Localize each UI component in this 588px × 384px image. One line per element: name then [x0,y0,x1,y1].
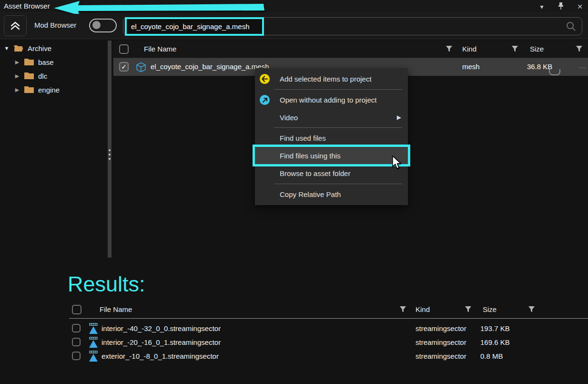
panel-splitter[interactable] [108,41,112,258]
results-column-file-name[interactable]: File Name [100,305,132,313]
streamingsector-icon [88,337,99,348]
result-size: 169.6 KB [480,338,510,346]
menu-item-add-to-project[interactable]: Add selected items to project [255,70,408,88]
open-external-icon [260,95,270,105]
results-column-kind[interactable]: Kind [416,305,430,313]
caret-right-icon[interactable]: ▶ [14,73,20,79]
archive-tree: ▼ Archive ▶ base ▶ dlc ▶ engine [0,41,108,260]
mod-browser-toggle[interactable] [89,19,117,32]
filter-icon[interactable] [511,45,518,52]
results-header: File Name Kind Size [69,301,588,319]
results-row[interactable]: exterior_-10_-8_0_1.streamingsector stre… [69,349,588,363]
mod-browser-label: Mod Browser [34,21,76,29]
filter-icon[interactable] [446,45,453,52]
menu-item-label: Video [280,114,298,122]
filter-icon[interactable] [576,45,583,52]
result-file-name: interior_-20_-16_0_1.streamingsector [101,338,221,346]
pin-icon[interactable] [557,2,565,11]
window-title: Asset Browser [4,2,50,10]
row-checkbox-checked[interactable]: ✓ [119,62,129,72]
file-kind: mesh [462,62,480,71]
results-table: File Name Kind Size interior_-40_-32_0_0… [69,301,588,363]
result-size: 0.8 MB [480,352,503,360]
result-file-name: interior_-40_-32_0_0.streamingsector [101,324,221,332]
result-file-name: exterior_-10_-8_0_1.streamingsector [101,352,219,360]
result-kind: streamingsector [416,352,466,360]
menu-item-label: Add selected items to project [280,75,372,83]
filter-icon[interactable] [528,306,535,313]
mesh-cube-icon [136,62,146,73]
title-bar: Asset Browser ▾ ✕ [0,0,588,13]
filter-icon[interactable] [399,306,406,313]
collapse-all-button[interactable] [4,15,27,36]
search-annotation-box: el_coyote_cojo_bar_signage_a.mesh [125,17,264,36]
search-icon [566,21,576,33]
sidebar-item-dlc[interactable]: ▶ dlc [14,70,47,82]
menu-item-label: Open without adding to project [280,96,376,104]
select-all-checkbox[interactable] [119,44,129,54]
double-chevron-up-icon [10,20,21,31]
menu-separator [274,89,402,90]
tree-label: Archive [28,44,51,52]
file-name: el_coyote_cojo_bar_signage_a.mesh [151,62,269,71]
submenu-caret-icon: ▶ [397,114,401,121]
streamingsector-icon [88,323,99,334]
result-kind: streamingsector [416,338,466,346]
caret-down-icon[interactable]: ▼ [4,45,10,51]
column-kind[interactable]: Kind [462,45,476,53]
menu-item-open-without-adding[interactable]: Open without adding to project [255,91,408,109]
folder-icon [24,72,34,80]
filter-icon[interactable] [465,306,472,313]
tree-label: dlc [38,72,47,80]
results-select-all-checkbox[interactable] [72,305,81,314]
column-file-name[interactable]: File Name [144,45,176,53]
menu-item-label: Find used files [280,134,326,142]
tree-label: engine [38,86,60,94]
menu-item-browse-to-asset-folder[interactable]: Browse to asset folder [255,165,408,182]
menu-item-label: Find files using this [280,152,341,160]
menu-item-copy-relative-path[interactable]: Copy Relative Path [255,186,408,203]
results-title: Results: [68,272,145,297]
menu-separator [274,127,402,128]
streamingsector-icon [88,351,99,362]
results-row[interactable]: interior_-40_-32_0_0.streamingsector str… [69,322,588,335]
menu-item-label: Browse to asset folder [280,169,350,177]
folder-open-icon [13,44,24,52]
toolbar: Mod Browser el_coyote_cojo_bar_signage_a… [0,14,588,39]
sidebar-item-base[interactable]: ▶ base [14,56,54,68]
caret-right-icon[interactable]: ▶ [14,59,20,65]
tree-label: base [38,58,54,66]
caret-right-icon[interactable]: ▶ [14,87,20,93]
menu-item-find-files-using-this[interactable]: Find files using this [255,147,408,165]
context-menu: Add selected items to project Open witho… [255,68,408,205]
menu-item-video[interactable]: Video ▶ [255,109,408,126]
file-table-header: File Name Kind Size [113,41,588,58]
window-controls: ▾ ✕ [537,0,584,13]
sidebar-item-archive[interactable]: ▼ Archive [4,42,51,54]
clipped-ui-artifact [549,69,560,75]
close-icon[interactable]: ✕ [576,3,584,10]
results-column-size[interactable]: Size [483,305,497,313]
results-row[interactable]: interior_-20_-16_0_1.streamingsector str… [69,335,588,349]
column-size[interactable]: Size [530,45,544,53]
add-to-project-icon [260,74,270,84]
menu-separator [274,184,402,184]
menu-item-label: Copy Relative Path [280,190,341,198]
toggle-knob [92,21,101,29]
row-checkbox[interactable] [72,338,81,346]
folder-icon [24,85,34,94]
dock-dropdown-icon[interactable]: ▾ [537,3,546,10]
result-kind: streamingsector [416,324,466,332]
folder-icon [24,58,34,66]
overflow-ellipsis: ... [579,62,587,70]
row-checkbox[interactable] [72,324,81,332]
sidebar-item-engine[interactable]: ▶ engine [14,84,60,95]
row-checkbox[interactable] [72,352,81,360]
menu-item-find-used-files[interactable]: Find used files [255,129,408,147]
search-input[interactable]: el_coyote_cojo_bar_signage_a.mesh [123,17,582,35]
result-size: 193.7 KB [480,324,510,332]
splitter-grip-icon [109,149,111,160]
search-value: el_coyote_cojo_bar_signage_a.mesh [131,22,250,31]
